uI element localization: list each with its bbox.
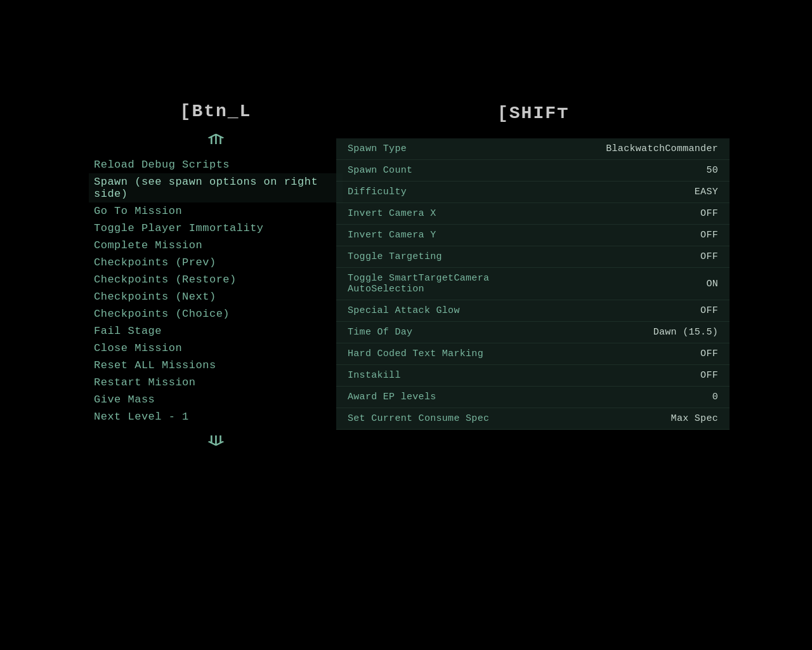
left-key-label: [Btn_L [89,102,343,121]
menu-item-8[interactable]: Checkpoints (Choice) [89,305,343,322]
setting-name-11: Award EP levels [336,387,553,408]
setting-name-8: Time Of Day [336,322,553,343]
setting-row-0[interactable]: Spawn TypeBlackwatchCommander [336,138,730,160]
scroll-up[interactable]: ⤊ [89,131,343,149]
setting-row-6[interactable]: Toggle SmartTargetCamera AutoSelectionON [336,268,730,300]
setting-value-9[interactable]: OFF [553,343,730,365]
menu-item-13[interactable]: Give Mass [89,391,343,408]
setting-name-3: Invert Camera X [336,203,553,225]
setting-value-5[interactable]: OFF [553,246,730,268]
setting-name-2: Difficulty [336,182,553,203]
setting-name-1: Spawn Count [336,160,553,182]
setting-row-1[interactable]: Spawn Count50 [336,160,730,182]
scroll-down-arrow: ⤋ [204,433,227,450]
settings-table: Spawn TypeBlackwatchCommanderSpawn Count… [336,138,730,430]
menu-item-5[interactable]: Checkpoints (Prev) [89,254,343,271]
menu-item-9[interactable]: Fail Stage [89,322,343,340]
setting-row-3[interactable]: Invert Camera XOFF [336,203,730,225]
setting-value-3[interactable]: OFF [553,203,730,225]
left-panel: [Btn_L ⤊ Reload Debug ScriptsSpawn (see … [89,102,343,450]
setting-value-11[interactable]: 0 [553,387,730,408]
setting-row-4[interactable]: Invert Camera YOFF [336,225,730,246]
setting-name-9: Hard Coded Text Marking [336,343,553,365]
setting-value-0[interactable]: BlackwatchCommander [553,138,730,160]
scroll-down[interactable]: ⤋ [89,433,343,450]
setting-value-7[interactable]: OFF [553,300,730,322]
setting-row-12[interactable]: Set Current Consume SpecMax Spec [336,408,730,430]
setting-name-7: Special Attack Glow [336,300,553,322]
menu-item-12[interactable]: Restart Mission [89,374,343,391]
menu-item-7[interactable]: Checkpoints (Next) [89,288,343,305]
menu-item-4[interactable]: Complete Mission [89,237,343,254]
menu-item-3[interactable]: Toggle Player Immortality [89,220,343,237]
setting-row-8[interactable]: Time Of DayDawn (15.5) [336,322,730,343]
setting-value-8[interactable]: Dawn (15.5) [553,322,730,343]
setting-name-0: Spawn Type [336,138,553,160]
setting-value-4[interactable]: OFF [553,225,730,246]
setting-row-7[interactable]: Special Attack GlowOFF [336,300,730,322]
setting-value-6[interactable]: ON [553,268,730,300]
setting-name-10: Instakill [336,365,553,387]
menu-list: Reload Debug ScriptsSpawn (see spawn opt… [89,156,343,425]
right-key-label: [SHIFᴛ [336,102,730,123]
setting-value-1[interactable]: 50 [553,160,730,182]
right-panel: [SHIFᴛ Spawn TypeBlackwatchCommanderSpaw… [336,102,730,430]
setting-value-2[interactable]: EASY [553,182,730,203]
setting-name-12: Set Current Consume Spec [336,408,553,430]
scroll-up-arrow: ⤊ [204,131,227,149]
menu-item-10[interactable]: Close Mission [89,340,343,357]
menu-item-0[interactable]: Reload Debug Scripts [89,156,343,173]
setting-name-5: Toggle Targeting [336,246,553,268]
setting-value-10[interactable]: OFF [553,365,730,387]
menu-item-2[interactable]: Go To Mission [89,202,343,220]
setting-row-9[interactable]: Hard Coded Text MarkingOFF [336,343,730,365]
menu-item-1[interactable]: Spawn (see spawn options on right side) [89,173,343,202]
setting-row-5[interactable]: Toggle TargetingOFF [336,246,730,268]
menu-item-6[interactable]: Checkpoints (Restore) [89,271,343,288]
setting-value-12[interactable]: Max Spec [553,408,730,430]
setting-row-10[interactable]: InstakillOFF [336,365,730,387]
setting-name-6: Toggle SmartTargetCamera AutoSelection [336,268,553,300]
setting-name-4: Invert Camera Y [336,225,553,246]
setting-row-2[interactable]: DifficultyEASY [336,182,730,203]
setting-row-11[interactable]: Award EP levels0 [336,387,730,408]
menu-item-11[interactable]: Reset ALL Missions [89,357,343,374]
menu-item-14[interactable]: Next Level - 1 [89,408,343,425]
